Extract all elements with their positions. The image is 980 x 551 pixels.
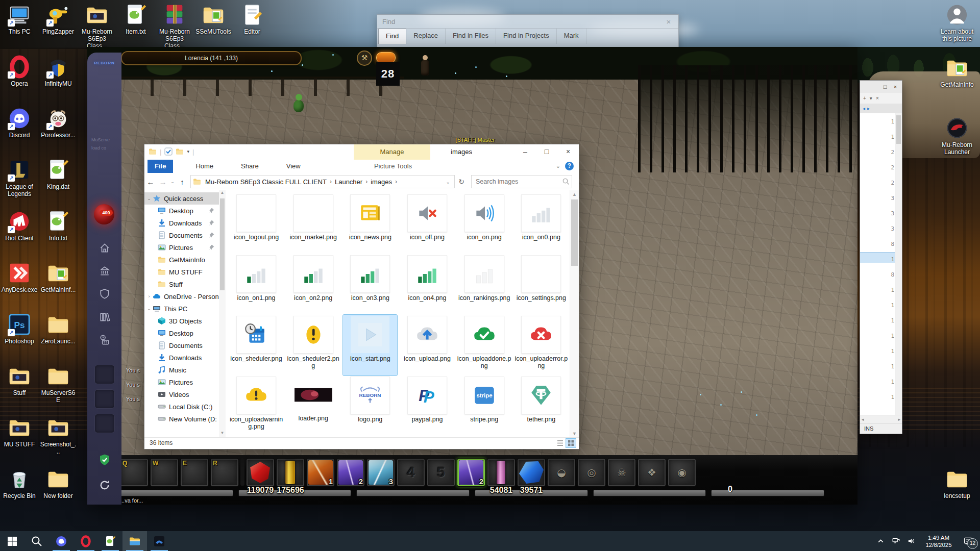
desktop-icon-getmaininfo[interactable]: GetMainInfo (938, 56, 976, 88)
folder-icon[interactable] (176, 147, 184, 156)
desktop-icon-learn-about-this-picture[interactable]: Learn about this picture (938, 3, 976, 42)
taskbar-discord-button[interactable] (49, 531, 74, 551)
sidebar-item-this-pc[interactable]: ⌄This PC (144, 303, 219, 315)
file-item-icon-market-png[interactable]: icon_market.png (286, 193, 340, 254)
gem-slot[interactable]: 39571 (517, 458, 546, 487)
skill-slot-2[interactable]: 2 (336, 458, 365, 487)
sidebar-item-getmaininfo[interactable]: GetMainInfo (144, 254, 219, 266)
taskbar-mu-button[interactable] (147, 531, 172, 551)
menu-button-bag[interactable]: ◒ (547, 458, 576, 487)
desktop-icon-league-of-legends[interactable]: ↗League of Legends (1, 158, 38, 197)
refresh-icon[interactable] (99, 479, 111, 491)
desktop-icon-porofessor[interactable]: ↗Porofessor... (39, 107, 77, 139)
find-tab-find-in-files[interactable]: Find in Files (446, 29, 496, 44)
close-button[interactable]: × (891, 84, 900, 90)
refresh-icon[interactable]: ↻ (455, 178, 468, 186)
sidebar-item-downloads[interactable]: Downloads (144, 217, 219, 229)
up-button[interactable]: ↑ (176, 178, 188, 186)
tab-share[interactable]: Share (234, 160, 266, 173)
explorer-titlebar[interactable]: |▾| Manage images – □ × (144, 144, 579, 160)
forward-button[interactable]: → (157, 178, 169, 186)
file-item-icon-on4-png[interactable]: icon_on4.png (400, 254, 454, 315)
menu-button-gems[interactable]: ❖ (638, 458, 666, 487)
menu-button-orb[interactable]: ◎ (577, 458, 606, 487)
breadcrumb[interactable]: Mu-Reborn S6Ep3 Classic FULL CLIENT›Laun… (190, 175, 455, 188)
ribbon-tab-manage[interactable]: Manage (354, 144, 430, 160)
breadcrumb-segment[interactable]: Launcher (333, 178, 364, 186)
sidebar-item-pictures[interactable]: Pictures (144, 376, 219, 388)
sidebar-item-mu-stuff[interactable]: MU STUFF (144, 266, 219, 278)
editor-toolbar-button[interactable]: + (863, 95, 866, 101)
file-item-icon-rankings-png[interactable]: icon_rankings.png (457, 254, 511, 315)
sidebar-item-music[interactable]: Music (144, 364, 219, 376)
expander-icon[interactable]: › (145, 294, 153, 299)
help-icon[interactable]: ? (565, 162, 574, 170)
maximize-button[interactable]: □ (536, 144, 557, 160)
sidebar-item-3d-objects[interactable]: 3D Objects (144, 315, 219, 327)
file-item-logo-png[interactable]: REBORNlogo.png (343, 375, 397, 436)
skill-slot-3[interactable]: 3 (366, 458, 395, 487)
details-view-button[interactable] (555, 439, 565, 447)
potion-slot[interactable]: 54081 (487, 458, 516, 487)
tray-clock[interactable]: 1:49 AM 12/8/2025 (920, 534, 958, 548)
expander-icon[interactable]: ⌄ (145, 306, 153, 311)
ribbon-tab-picture-tools[interactable]: Picture Tools (360, 160, 426, 173)
file-item-icon-sheduler2-png[interactable]: icon_sheduler2.png (286, 315, 340, 375)
files-scrollbar[interactable]: ▲▼ (570, 190, 579, 438)
close-icon[interactable]: × (664, 17, 673, 26)
file-item-loader-png[interactable]: loader.png (286, 375, 340, 436)
file-item-stripe-png[interactable]: stripestripe.png (457, 375, 511, 436)
editor-arrow-button[interactable]: ◂ (863, 106, 865, 111)
desktop-icon-editor[interactable]: Editor (233, 3, 271, 35)
minimize-button[interactable]: – (514, 144, 536, 160)
desktop-icon-pingzapper[interactable]: ↗PingZapper (39, 3, 77, 35)
file-item-icon-uploaderror-png[interactable]: icon_uploaderror.png (514, 315, 568, 375)
desktop-icon-stuff[interactable]: Stuff (1, 364, 38, 396)
taskbar-explorer-button[interactable] (122, 531, 147, 551)
breadcrumb-segment[interactable]: images (369, 178, 394, 186)
desktop-icon-zerolaunc[interactable]: ZeroLaunc... (39, 313, 77, 345)
chevron-down-icon[interactable]: ⌄ (556, 163, 560, 169)
desktop-icon-item-txt[interactable]: Item.txt (117, 3, 155, 35)
sidebar-item-documents[interactable]: Documents (144, 339, 219, 352)
taskbar-opera-button[interactable] (74, 531, 98, 551)
sidebar-item-new-volume-d[interactable]: New Volume (D: (144, 413, 219, 425)
sidebar-item-documents[interactable]: Documents (144, 229, 219, 241)
breadcrumb-segment[interactable]: Mu-Reborn S6Ep3 Classic FULL CLIENT (203, 178, 329, 186)
hotbar-slot-r[interactable]: R (210, 458, 239, 487)
desktop-icon-screenshot[interactable]: Screenshot_... (39, 416, 77, 455)
address-dropdown-caret[interactable]: ⌄ (444, 179, 452, 185)
file-item-icon-uploaddone-png[interactable]: icon_uploaddone.png (457, 315, 511, 375)
desktop-icon-opera[interactable]: ↗Opera (1, 55, 38, 87)
desktop-icon-this-pc[interactable]: ↗This PC (1, 3, 38, 35)
network-icon[interactable] (889, 535, 902, 548)
launcher-panel-button[interactable] (94, 365, 115, 384)
taskbar-notepadpp-button[interactable] (98, 531, 122, 551)
find-dialog-titlebar[interactable]: Find × (377, 15, 678, 28)
sidebar-item-onedrive-person[interactable]: ›OneDrive - Person (144, 290, 219, 303)
scheduler-icon[interactable] (99, 334, 110, 345)
desktop-icon-riot-client[interactable]: ↗Riot Client (1, 210, 38, 242)
wrench-icon[interactable]: ⚒ (357, 51, 372, 66)
hotbar-slot-q[interactable]: Q (120, 458, 149, 487)
editor-strip-window[interactable]: □ × +▾× ◂▸ 1122233381811111111 ◂ ▸ INS (860, 80, 902, 434)
hotbar-slot-e[interactable]: E (180, 458, 209, 487)
search-box[interactable] (471, 175, 572, 188)
maximize-button[interactable]: □ (880, 84, 890, 90)
desktop-icon-anydesk-exe[interactable]: AnyDesk.exe (1, 261, 38, 293)
find-tab-find-in-projects[interactable]: Find in Projects (496, 29, 557, 44)
find-tab-replace[interactable]: Replace (406, 29, 446, 44)
desktop-icon-mu-reborn-s6ep3-class[interactable]: Mu-Reborn S6Ep3 Class... (78, 3, 116, 49)
file-item-icon-on3-png[interactable]: icon_on3.png (343, 254, 397, 315)
desktop-icon-new-folder[interactable]: New folder (39, 467, 77, 499)
notification-center-icon[interactable]: 12 (960, 534, 977, 549)
skill-slot-1[interactable]: 1 (306, 458, 335, 487)
desktop-icon-info-txt[interactable]: Info.txt (39, 210, 77, 242)
sidebar-item-desktop[interactable]: Desktop (144, 327, 219, 339)
editor-body[interactable]: 1122233381811111111 (860, 113, 895, 415)
taskbar-search-button[interactable] (24, 531, 49, 551)
search-icon[interactable] (562, 178, 570, 185)
desktop-icon-mu-stuff[interactable]: MU STUFF (1, 416, 38, 448)
editor-titlebar[interactable]: □ × (860, 81, 902, 93)
home-icon[interactable] (99, 242, 110, 254)
